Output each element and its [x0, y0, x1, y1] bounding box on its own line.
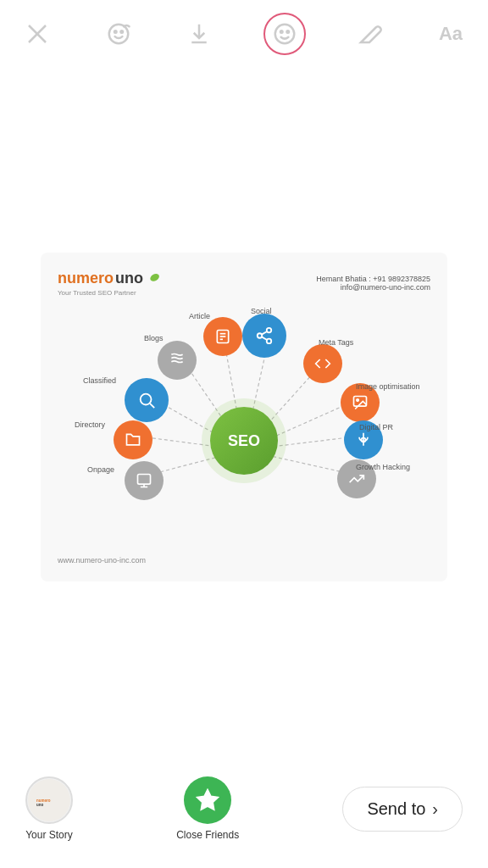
logo-leaf-icon [147, 272, 160, 286]
emoji-icon[interactable] [102, 17, 136, 51]
star-icon [196, 788, 219, 812]
sticker-icon[interactable] [263, 13, 306, 55]
your-story-label: Your Story [25, 829, 73, 841]
chevron-right-icon: › [432, 799, 438, 819]
label-onpage: Onpage [87, 465, 114, 474]
logo-uno: uno [115, 270, 143, 287]
node-article [203, 317, 242, 356]
svg-text:numero: numero [36, 798, 51, 803]
main-content: numero uno Your Trusted SEO Partner Hema… [0, 68, 488, 766]
download-icon[interactable] [182, 17, 216, 51]
svg-text:uno: uno [36, 803, 43, 807]
label-directory: Directory [75, 420, 105, 429]
svg-point-20 [258, 333, 263, 338]
svg-rect-30 [138, 475, 151, 485]
svg-line-22 [262, 337, 267, 340]
label-blogs: Blogs [144, 334, 164, 342]
node-meta-tags [303, 344, 342, 383]
contact-name: Hemant Bhatia : +91 9892378825 [316, 275, 430, 283]
card-header: numero uno Your Trusted SEO Partner Hema… [58, 270, 430, 297]
close-friends-item[interactable]: Close Friends [176, 776, 239, 841]
card-footer: www.numero-uno-inc.com [58, 556, 430, 565]
close-friends-avatar [184, 776, 231, 824]
seo-diagram: SEO Social Article Blogs Classified [58, 310, 430, 548]
toolbar: Aa [0, 0, 488, 68]
node-classified [125, 378, 169, 422]
svg-point-21 [267, 339, 272, 344]
svg-point-5 [275, 25, 295, 44]
node-onpage [125, 461, 164, 500]
node-directory [114, 420, 152, 459]
seo-center-node: SEO [210, 407, 278, 475]
svg-line-29 [150, 403, 154, 408]
svg-point-3 [114, 31, 117, 33]
svg-point-6 [280, 31, 283, 33]
seo-card: numero uno Your Trusted SEO Partner Hema… [41, 253, 447, 581]
contact-email: info@numero-uno-inc.com [316, 283, 430, 292]
draw-icon[interactable] [352, 17, 386, 51]
your-story-avatar-inner: numero uno [28, 779, 70, 821]
your-story-avatar: numero uno [25, 776, 73, 824]
label-meta-tags: Meta Tags [319, 338, 353, 347]
text-format-button[interactable]: Aa [434, 17, 468, 51]
label-article: Article [189, 312, 210, 320]
label-image-opt: Image optimisation [356, 382, 420, 391]
logo-numero: numero [58, 270, 114, 287]
label-growth: Growth Hacking [356, 463, 410, 471]
label-social: Social [251, 307, 272, 315]
contact-info: Hemant Bhatia : +91 9892378825 info@nume… [316, 275, 430, 292]
send-to-label: Send to [367, 799, 425, 819]
close-button[interactable] [20, 17, 54, 51]
svg-marker-38 [198, 790, 218, 809]
svg-point-28 [141, 394, 152, 405]
node-blogs [158, 341, 197, 380]
label-digital-pr: Digital PR [359, 423, 393, 431]
label-classified: Classified [83, 376, 116, 385]
logo-subtitle: Your Trusted SEO Partner [58, 289, 160, 297]
text-format-label: Aa [439, 23, 463, 45]
your-story-item[interactable]: numero uno Your Story [25, 776, 73, 841]
close-friends-label: Close Friends [176, 829, 239, 841]
svg-point-19 [267, 328, 272, 333]
node-social [242, 314, 286, 358]
svg-point-7 [286, 31, 289, 33]
svg-point-8 [149, 272, 160, 283]
svg-point-4 [120, 31, 123, 33]
bottom-bar: numero uno Your Story Close Friends Send… [0, 766, 488, 868]
send-to-button[interactable]: Send to › [342, 787, 463, 832]
svg-point-2 [108, 25, 128, 44]
svg-line-23 [262, 331, 267, 335]
svg-point-34 [357, 399, 359, 402]
logo-area: numero uno Your Trusted SEO Partner [58, 270, 160, 297]
